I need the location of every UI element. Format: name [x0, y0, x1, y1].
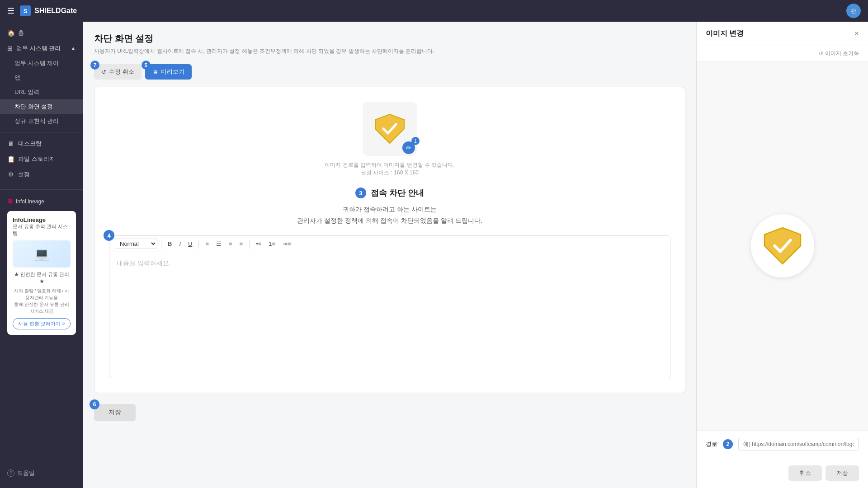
image-wrapper: ✏ 1 [363, 102, 417, 156]
sidebar-item-label-home: 홈 [18, 29, 24, 37]
main-layout: 🏠 홈 ⊞ 업무 시스템 관리 ▲ 업무 시스템 제어 앱 URL 입력 차단 … [0, 22, 868, 488]
shield-image-icon [373, 113, 406, 145]
image-upload-area: ✏ 1 이미지 경로를 입력하여 이미지를 변경할 수 있습니다. 권장 사이즈… [109, 102, 670, 177]
chevron-up-icon: ▲ [71, 45, 76, 52]
image-preview-area [697, 61, 868, 430]
sidebar-sub-label-block: 차단 화면 설정 [14, 103, 53, 111]
settings-icon: ⚙ [7, 171, 14, 178]
sidebar-item-app[interactable]: 앱 [0, 70, 83, 85]
svg-marker-3 [764, 228, 801, 264]
image-size: 권장 사이즈 : 160 X 160 [361, 169, 419, 177]
sidebar-sub-label-app: 앱 [14, 74, 20, 82]
path-input[interactable] [738, 438, 859, 450]
align-left-button[interactable]: ≡ [203, 239, 212, 249]
sidebar-item-business-control[interactable]: 업무 시스템 제어 [0, 56, 83, 70]
infolineage-brand-icon: ❋ [7, 197, 13, 206]
logo: S SHIELDGate [20, 5, 77, 16]
sidebar-item-business-mgmt[interactable]: ⊞ 업무 시스템 관리 ▲ [0, 41, 83, 56]
toolbar: 7 ↺ 수정 취소 5 🖥 미리보기 [94, 64, 685, 80]
right-panel-header: 이미지 변경 × [697, 22, 868, 46]
preview-icon: 🖥 [152, 69, 158, 75]
edit-image-button[interactable]: ✏ 1 [402, 141, 415, 154]
cancel-badge: 7 [90, 61, 99, 70]
cancel-label: 수정 취소 [109, 68, 134, 76]
block-notice: 귀하가 접속하려고 하는 사이트는 관리자가 설정한 정책에 의해 접속이 차단… [109, 204, 670, 226]
cancel-button-panel[interactable]: 취소 [788, 465, 822, 481]
editor-body[interactable]: 내용을 입력하세요. [109, 252, 670, 378]
bullet-list-button[interactable]: •≡ [253, 239, 264, 249]
svg-marker-2 [375, 114, 404, 143]
rich-text-editor-wrapper: 4 Normal Heading 1 Heading 2 B I U ≡ [109, 235, 670, 378]
preview-badge: 5 [142, 61, 151, 70]
infolineage-section-label: InfoLineage [16, 198, 44, 205]
italic-button[interactable]: I [176, 239, 184, 249]
infolineage-header: ❋ InfoLineage [4, 193, 80, 207]
svg-text:S: S [24, 8, 28, 14]
infolineage-desc-star: ★ 안전한 문서 유통 관리 ★ [13, 271, 71, 285]
sidebar-sub-label-url: URL 입력 [14, 88, 39, 96]
preview-button[interactable]: 5 🖥 미리보기 [145, 64, 192, 80]
bold-button[interactable]: B [165, 239, 175, 249]
save-button-panel[interactable]: 저장 [826, 465, 859, 481]
toolbar-divider-1 [161, 239, 161, 249]
justify-button[interactable]: ≡ [237, 239, 246, 249]
right-panel-title: 이미지 변경 [706, 29, 744, 38]
sidebar-divider-1 [0, 132, 83, 132]
sidebar-item-regex[interactable]: 정규 표현식 관리 [0, 114, 83, 128]
sidebar-item-label-settings: 설정 [18, 170, 30, 178]
indent-button[interactable]: ⇥≡ [280, 239, 294, 249]
sidebar-item-label-desktop: 데스크탑 [18, 140, 42, 148]
right-panel: 이미지 변경 × ↺ 이미지 초기화 경로 2 [696, 22, 868, 488]
main-panel: 차단 화면 설정 사용자가 URL입력창에서 웹사이트에 접속 시, 관리자가 … [83, 22, 696, 488]
save-badge: 6 [90, 399, 99, 409]
refresh-label: 이미지 초기화 [825, 50, 859, 57]
number-list-button[interactable]: 1≡ [266, 239, 278, 249]
header: ☰ S SHIELDGate 관 [0, 0, 868, 22]
content-area: 차단 화면 설정 사용자가 URL입력창에서 웹사이트에 접속 시, 관리자가 … [83, 22, 868, 488]
right-panel-footer: 취소 저장 [697, 458, 868, 488]
logo-text: SHIELDGate [34, 7, 77, 15]
refresh-icon: ↺ [819, 51, 823, 57]
sidebar-sub-label-control: 업무 시스템 제어 [14, 59, 59, 67]
sidebar-item-label-file: 파일 스토리지 [18, 155, 55, 163]
cancel-button[interactable]: 7 ↺ 수정 취소 [94, 64, 142, 80]
page-description: 사용자가 URL입력창에서 웹사이트에 접속 시, 관리자가 설정 해놓은 조건… [94, 47, 685, 55]
infolineage-cta-button[interactable]: 사용 현황 보러가기 > [13, 318, 71, 329]
sidebar-item-home[interactable]: 🏠 홈 [0, 25, 83, 41]
sidebar-sub-label-regex: 정규 표현식 관리 [14, 117, 59, 125]
help-label: 도움말 [17, 469, 35, 477]
help-icon: ? [7, 469, 14, 477]
close-button[interactable]: × [854, 29, 859, 38]
path-badge: 2 [723, 439, 733, 449]
home-icon: 🏠 [7, 29, 14, 37]
block-notice-line2: 관리자가 설정한 정책에 의해 접속이 차단되었음을 알려 드립니다. [297, 217, 482, 224]
infolineage-section-wrapper: ❋ InfoLineage InfoLineage 문서 유통 추적 관리 시스… [0, 193, 83, 342]
align-right-button[interactable]: ≡ [226, 239, 235, 249]
section-num-badge: 3 [355, 188, 366, 198]
refresh-button[interactable]: ↺ 이미지 초기화 [819, 50, 859, 57]
sidebar-item-file-storage[interactable]: 📋 파일 스토리지 [0, 151, 83, 167]
avatar-text: 관 [851, 7, 856, 15]
infolineage-body: 시의 열람 / 암호화 해제 / 사용자관리 기능을통해 안전한 문서 유통 관… [13, 287, 71, 314]
sidebar-item-block-screen[interactable]: 차단 화면 설정 [0, 99, 83, 114]
right-panel-toolbar: ↺ 이미지 초기화 [697, 46, 868, 61]
star-text: ★ 안전한 문서 유통 관리 ★ [14, 272, 69, 284]
sidebar-item-settings[interactable]: ⚙ 설정 [0, 167, 83, 182]
user-avatar[interactable]: 관 [846, 4, 861, 18]
page-title: 차단 화면 설정 [94, 33, 685, 45]
path-row: 경로 2 [697, 430, 868, 458]
editor-placeholder: 내용을 입력하세요. [117, 259, 171, 267]
editor-toolbar: Normal Heading 1 Heading 2 B I U ≡ ☰ ≡ ≡ [109, 235, 670, 252]
save-label: 저장 [108, 408, 121, 416]
save-button-main[interactable]: 6 저장 [94, 404, 136, 421]
align-center-button[interactable]: ☰ [213, 239, 224, 249]
sidebar-item-url-input[interactable]: URL 입력 [0, 85, 83, 99]
sidebar-help-item[interactable]: ? 도움말 [0, 465, 83, 481]
sidebar-item-label-business: 업무 시스템 관리 [16, 44, 61, 52]
toolbar-divider-3 [249, 239, 250, 249]
path-label: 경로 [706, 440, 717, 448]
underline-button[interactable]: U [185, 239, 195, 249]
sidebar-item-desktop[interactable]: 🖥 데스크탑 [0, 136, 83, 151]
hamburger-menu-icon[interactable]: ☰ [7, 6, 14, 16]
format-select[interactable]: Normal Heading 1 Heading 2 [115, 239, 157, 249]
